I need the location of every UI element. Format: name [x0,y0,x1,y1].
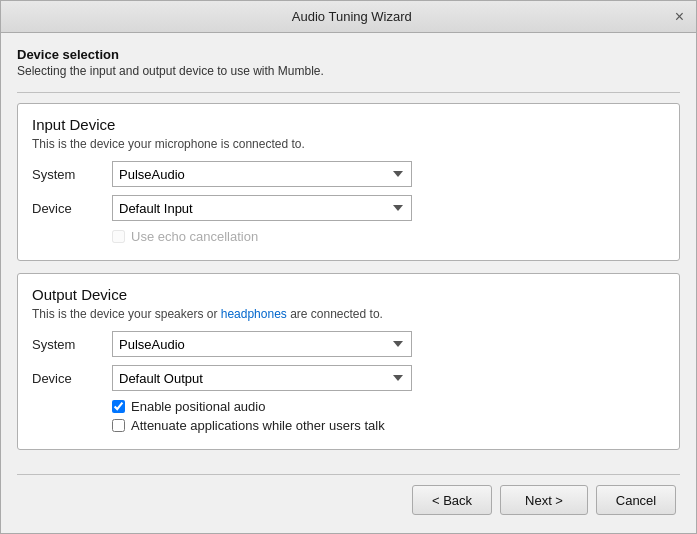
output-device-title: Output Device [32,286,665,303]
close-button[interactable]: × [673,9,686,25]
footer-divider [17,474,680,475]
output-device-select[interactable]: Default Output [112,365,412,391]
positional-audio-checkbox[interactable] [112,400,125,413]
titlebar: Audio Tuning Wizard × [1,1,696,33]
output-system-label: System [32,337,112,352]
output-device-label: Device [32,371,112,386]
back-button[interactable]: < Back [412,485,492,515]
attenuate-label: Attenuate applications while other users… [131,418,385,433]
input-system-label: System [32,167,112,182]
window-title: Audio Tuning Wizard [31,9,673,24]
input-device-label: Device [32,201,112,216]
section-title: Device selection [17,47,680,62]
output-system-row: System PulseAudio [32,331,665,357]
output-device-desc: This is the device your speakers or head… [32,307,665,321]
attenuate-checkbox[interactable] [112,419,125,432]
footer-buttons: < Back Next > Cancel [17,485,680,523]
cancel-button[interactable]: Cancel [596,485,676,515]
section-header: Device selection Selecting the input and… [17,47,680,78]
output-device-box: Output Device This is the device your sp… [17,273,680,450]
output-desc-part1: This is the device your speakers or [32,307,221,321]
input-system-row: System PulseAudio [32,161,665,187]
output-system-select[interactable]: PulseAudio [112,331,412,357]
input-device-select[interactable]: Default Input [112,195,412,221]
input-device-box: Input Device This is the device your mic… [17,103,680,261]
main-content: Device selection Selecting the input and… [1,33,696,533]
input-device-desc: This is the device your microphone is co… [32,137,665,151]
echo-cancellation-label: Use echo cancellation [131,229,258,244]
output-desc-part2: are connected to. [287,307,383,321]
header-divider [17,92,680,93]
input-device-row: Device Default Input [32,195,665,221]
positional-audio-row: Enable positional audio [112,399,665,414]
input-device-title: Input Device [32,116,665,133]
next-button[interactable]: Next > [500,485,588,515]
positional-audio-label: Enable positional audio [131,399,265,414]
attenuate-row: Attenuate applications while other users… [112,418,665,433]
echo-cancellation-checkbox[interactable] [112,230,125,243]
section-description: Selecting the input and output device to… [17,64,680,78]
output-device-row: Device Default Output [32,365,665,391]
headphones-link[interactable]: headphones [221,307,287,321]
echo-cancellation-row: Use echo cancellation [112,229,665,244]
input-system-select[interactable]: PulseAudio [112,161,412,187]
main-window: Audio Tuning Wizard × Device selection S… [0,0,697,534]
